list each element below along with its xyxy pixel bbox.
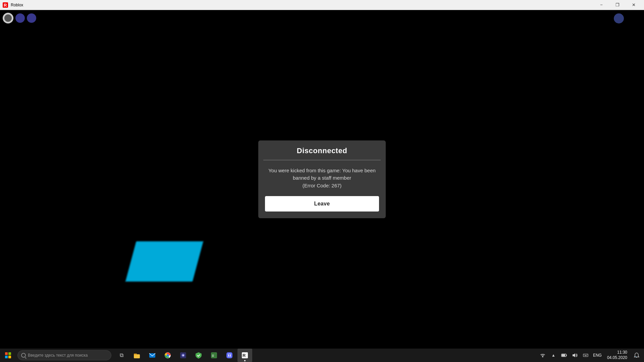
battery-icon-button[interactable] [559,349,569,362]
notification-icon [634,353,639,358]
volume-icon-button[interactable] [570,349,580,362]
svg-point-16 [230,355,231,356]
leave-button[interactable]: Leave [265,196,379,212]
volume-icon [572,353,578,358]
svg-rect-24 [583,354,588,357]
clock-area[interactable]: 11:30 04.05.2020 [604,350,630,360]
keyboard-icon-button[interactable] [581,349,590,362]
svg-rect-21 [562,354,565,356]
svg-point-11 [182,355,184,356]
svg-rect-14 [226,352,232,358]
maximize-button[interactable]: ❐ [610,0,625,10]
dialog-footer: Leave [258,196,386,218]
svg-rect-25 [584,355,585,355]
dialog-overlay: Disconnected You were kicked from this g… [0,10,644,349]
svg-point-8 [167,354,169,356]
utility-icon: ≡ [210,352,218,359]
clock-date: 04.05.2020 [607,355,627,361]
start-button[interactable] [0,349,16,362]
titlebar-left: R Roblox [3,2,23,8]
groove-icon [179,352,187,359]
win-logo-sq1 [5,352,8,355]
discord-button[interactable] [222,349,237,362]
svg-text:R: R [243,353,246,358]
windows-logo [5,352,11,358]
search-bar[interactable]: Введите здесь текст для поиска [17,350,111,360]
keyboard-icon [583,353,588,358]
svg-point-15 [228,355,229,356]
dialog-header: Disconnected [258,140,386,160]
shield-app-button[interactable] [191,349,206,362]
titlebar: R Roblox − ❐ ✕ [0,0,644,10]
svg-point-19 [542,356,543,357]
systray-expand-button[interactable]: ▲ [549,349,558,362]
file-explorer-button[interactable] [129,349,144,362]
clock-time: 11:30 [617,350,627,355]
svg-rect-29 [636,357,637,358]
dialog-title: Disconnected [297,146,347,155]
search-placeholder-text: Введите здесь текст для поиска [28,353,88,358]
svg-rect-28 [585,356,587,356]
dialog-message: You were kicked from this game: You have… [267,167,377,190]
titlebar-title: Roblox [11,3,23,7]
svg-rect-30 [636,356,636,357]
roblox-taskbar-icon: R [241,352,249,359]
game-area: Disconnected You were kicked from this g… [0,10,644,349]
file-explorer-icon [133,352,141,359]
mail-button[interactable] [145,349,160,362]
utility-app-button[interactable]: ≡ [207,349,221,362]
taskbar-right: ▲ [538,349,644,362]
roblox-taskbar-button[interactable]: R [237,349,252,362]
svg-rect-3 [134,354,137,355]
language-button[interactable]: ENG [592,353,603,358]
chevron-up-icon: ▲ [551,353,555,358]
mail-icon [149,352,156,359]
dialog-body: You were kicked from this game: You have… [258,160,386,196]
network-icon-button[interactable] [538,349,547,362]
svg-text:≡: ≡ [212,353,214,358]
groove-button[interactable] [176,349,191,362]
win-logo-sq2 [8,352,11,355]
shield-icon [195,352,202,359]
taskbar-center-icons: ⧉ [114,349,252,362]
task-view-button[interactable]: ⧉ [114,349,129,362]
titlebar-controls: − ❐ ✕ [594,0,641,10]
notification-button[interactable] [631,349,642,362]
discord-icon [226,352,233,359]
minimize-button[interactable]: − [594,0,609,10]
disconnected-dialog: Disconnected You were kicked from this g… [258,140,386,219]
close-button[interactable]: ✕ [626,0,641,10]
roblox-app-icon: R [3,2,8,8]
search-icon [21,353,26,358]
taskbar: Введите здесь текст для поиска ⧉ [0,349,644,362]
task-view-icon: ⧉ [120,352,123,358]
svg-rect-22 [566,355,567,356]
chrome-button[interactable] [160,349,175,362]
svg-text:R: R [4,3,7,8]
battery-icon [561,353,567,358]
network-icon [540,353,545,358]
svg-rect-27 [587,355,587,355]
chrome-icon [164,352,171,359]
win-logo-sq3 [5,356,8,358]
win-logo-sq4 [8,356,11,358]
svg-marker-23 [573,353,575,357]
svg-rect-26 [585,355,586,355]
